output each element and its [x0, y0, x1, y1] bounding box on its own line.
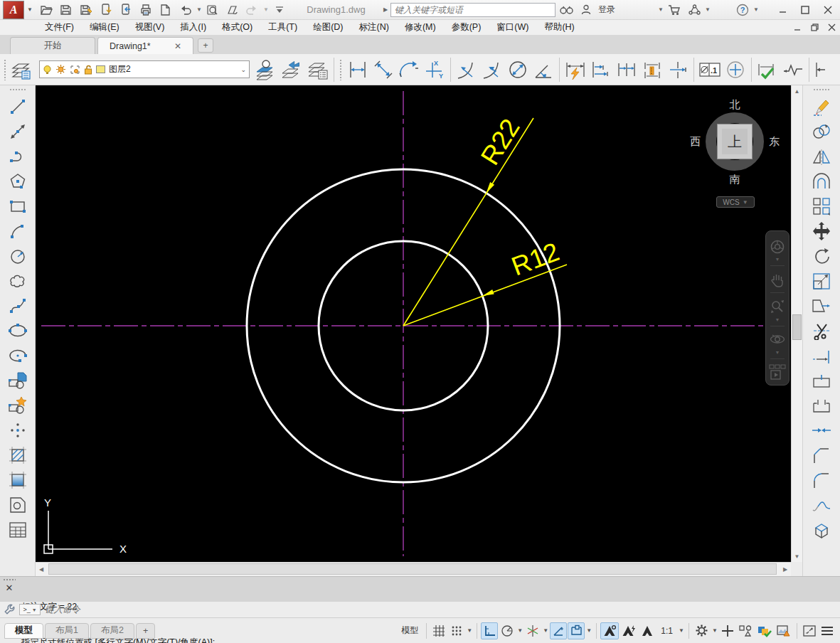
rotate-tool-button[interactable] — [808, 243, 835, 268]
dim-quick-button[interactable] — [563, 56, 588, 83]
layer-previous-button[interactable] — [280, 56, 305, 83]
open-from-mobile-button[interactable] — [117, 1, 135, 18]
explode-tool-button[interactable] — [808, 517, 835, 542]
tab-start[interactable]: 开始 — [10, 37, 95, 54]
workspace-gear-icon[interactable] — [693, 622, 711, 639]
mirror-tool-button[interactable] — [808, 144, 835, 169]
object-snap-tracking-toggle[interactable] — [550, 622, 567, 639]
trim-tool-button[interactable] — [808, 318, 835, 343]
steering-wheel-caret-icon[interactable]: ▼ — [775, 257, 780, 262]
viewcube-top-face[interactable]: 上 — [717, 124, 753, 159]
clean-screen-button[interactable] — [801, 622, 818, 639]
redo-button[interactable] — [243, 1, 262, 18]
command-close-icon[interactable]: ✕ — [6, 583, 14, 592]
ellipse-arc-tool-button[interactable] — [4, 343, 31, 368]
save-as-button[interactable] — [77, 1, 95, 18]
dim-space-button[interactable] — [639, 56, 665, 83]
steering-wheel-icon[interactable] — [768, 237, 787, 256]
annotation-scale-icon[interactable] — [639, 622, 656, 639]
offset-tool-button[interactable] — [808, 169, 835, 193]
layout-tab-layout1[interactable]: 布局1 — [45, 623, 89, 639]
spline-tool-button[interactable] — [4, 293, 31, 318]
customize-wrench-icon[interactable] — [4, 604, 15, 615]
layer-dropdown-caret-icon[interactable]: ⌄ — [240, 66, 246, 73]
help-search-input[interactable] — [390, 3, 555, 17]
construction-line-tool-button[interactable] — [4, 119, 31, 144]
snap-caret-icon[interactable]: ▼ — [466, 627, 473, 634]
scale-tool-button[interactable] — [808, 268, 835, 293]
menu-dimension[interactable]: 标注(N) — [351, 20, 397, 35]
annotation-visibility-toggle[interactable] — [600, 622, 619, 639]
dim-aligned-button[interactable] — [371, 56, 396, 83]
create-block-tool-button[interactable] — [4, 393, 31, 418]
menu-modify[interactable]: 修改(M) — [397, 20, 444, 35]
help-caret-icon[interactable]: ▼ — [753, 6, 759, 13]
dim-center-mark-button[interactable] — [723, 56, 748, 83]
wcs-dropdown[interactable]: WCS▼ — [716, 196, 755, 208]
point-tool-button[interactable] — [4, 418, 31, 442]
dim-linear-button[interactable] — [345, 56, 371, 83]
pan-icon[interactable] — [768, 270, 787, 289]
menu-draw[interactable]: 绘图(D) — [305, 20, 351, 35]
dim-break-button[interactable] — [665, 56, 691, 83]
crosshair-plus-icon[interactable] — [719, 622, 736, 639]
viewcube-west-label[interactable]: 西 — [690, 135, 701, 149]
doc-close-button[interactable] — [823, 21, 840, 34]
layer-states-button[interactable] — [305, 56, 331, 83]
annotation-scale-value[interactable]: 1:1 — [656, 622, 677, 639]
menu-tools[interactable]: 工具(T) — [260, 20, 305, 35]
sheet-set-button[interactable] — [223, 1, 242, 18]
polar-caret-icon[interactable]: ▼ — [516, 627, 523, 634]
dim-jogged-button[interactable] — [479, 56, 505, 83]
break-at-point-tool-button[interactable] — [808, 368, 835, 393]
dimension-toolbar-grip[interactable] — [339, 59, 343, 80]
dim-diameter-button[interactable] — [505, 56, 531, 83]
command-input[interactable] — [45, 605, 840, 615]
scroll-down-icon[interactable]: ▼ — [792, 551, 802, 562]
save-to-mobile-button[interactable] — [97, 1, 115, 18]
model-space-toggle[interactable]: 模型 — [397, 622, 422, 639]
modify-toolbar-grip[interactable] — [813, 88, 830, 92]
customization-menu-icon[interactable] — [819, 622, 836, 639]
zoom-caret-icon[interactable]: ▼ — [775, 318, 780, 322]
hatch-tool-button[interactable] — [4, 442, 31, 467]
graphics-performance-button[interactable] — [755, 622, 774, 639]
scroll-up-icon[interactable]: ▲ — [792, 85, 802, 97]
doc-restore-button[interactable] — [806, 21, 823, 34]
fillet-tool-button[interactable] — [808, 467, 835, 492]
new-drawing-tab-button[interactable]: + — [198, 38, 213, 53]
tab-close-icon[interactable]: ✕ — [174, 41, 181, 51]
dim-inspect-button[interactable] — [755, 56, 780, 83]
revision-cloud-tool-button[interactable] — [4, 268, 31, 293]
erase-tool-button[interactable] — [808, 94, 835, 119]
vertical-scrollbar[interactable]: ▲ ▼ — [791, 85, 802, 562]
draw-toolbar-grip[interactable] — [9, 88, 26, 92]
customize-qat-button[interactable] — [270, 1, 289, 18]
plot-preview-button[interactable] — [203, 1, 222, 18]
dim-tolerance-button[interactable]: .1 — [697, 56, 723, 83]
stretch-tool-button[interactable] — [808, 293, 835, 318]
array-tool-button[interactable] — [808, 193, 835, 218]
hardware-acceleration-button[interactable] — [775, 622, 793, 639]
command-prompt-icon[interactable]: >_▼ — [19, 604, 41, 615]
menu-help[interactable]: 帮助(H) — [536, 20, 582, 35]
zoom-icon[interactable] — [768, 297, 787, 316]
save-button[interactable] — [57, 1, 75, 18]
polar-tracking-toggle[interactable] — [499, 622, 516, 639]
signin-caret-icon[interactable]: ▼ — [658, 6, 664, 13]
isodraft-caret-icon[interactable]: ▼ — [542, 627, 549, 634]
menu-parametric[interactable]: 参数(P) — [444, 20, 489, 35]
close-button[interactable] — [817, 1, 839, 18]
help-button[interactable]: ? — [733, 1, 752, 18]
viewcube-east-label[interactable]: 东 — [769, 135, 780, 149]
dim-continue-button[interactable] — [614, 56, 639, 83]
layout-tab-model[interactable]: 模型 — [4, 623, 43, 639]
extend-tool-button[interactable] — [808, 343, 835, 368]
share-caret-icon[interactable]: ▼ — [705, 6, 711, 13]
copy-tool-button[interactable] — [808, 119, 835, 144]
ortho-toggle[interactable] — [481, 622, 498, 639]
annotation-autoscale-toggle[interactable] — [620, 622, 638, 639]
drawing-canvas[interactable]: R22 R12 X Y 上 北 南 西 东 — [36, 85, 802, 576]
maximize-button[interactable] — [794, 1, 816, 18]
tab-drawing1[interactable]: Drawing1* ✕ — [97, 37, 193, 54]
